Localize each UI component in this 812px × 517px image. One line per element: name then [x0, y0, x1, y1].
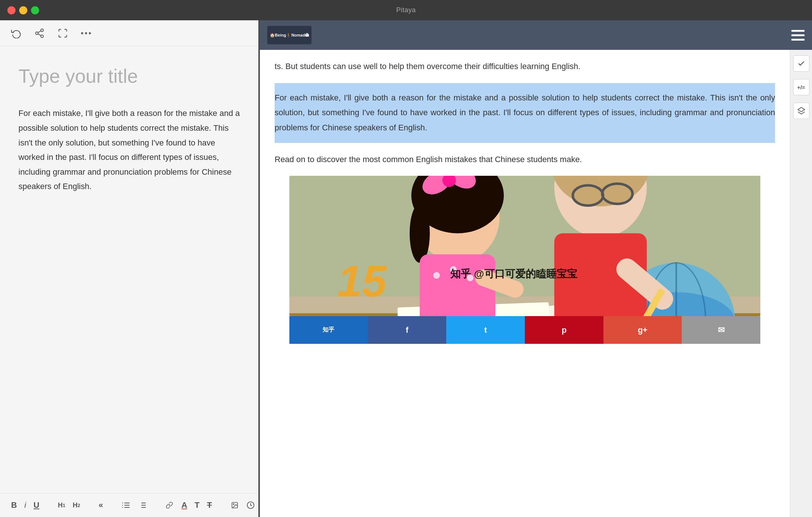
svg-point-0: [41, 29, 44, 31]
svg-marker-53: [798, 107, 804, 112]
svg-point-5: [81, 32, 83, 34]
text-format-icon[interactable]: T: [195, 500, 199, 510]
checkmark-icon[interactable]: [793, 55, 809, 72]
article-image: 知乎 @可口可爱的瞌睡宝宝 15: [289, 176, 760, 316]
watermark: 知乎 @可口可爱的瞌睡宝宝: [289, 267, 738, 281]
facebook-button[interactable]: f: [368, 316, 447, 344]
article-intro: ts. But students can use well to help th…: [275, 50, 775, 83]
minimize-button[interactable]: [19, 6, 27, 14]
layers-icon[interactable]: [793, 103, 809, 119]
svg-point-18: [233, 504, 234, 505]
text-color-icon[interactable]: A: [181, 500, 187, 510]
svg-point-7: [89, 32, 91, 34]
share-icon[interactable]: [34, 28, 45, 38]
article-content: ts. But students can use well to help th…: [260, 50, 790, 344]
title-bar: Pitaya: [0, 0, 812, 20]
svg-point-6: [85, 32, 87, 34]
more-icon[interactable]: [81, 31, 91, 35]
link-icon[interactable]: [165, 501, 174, 509]
italic-icon[interactable]: i: [24, 500, 26, 510]
svg-rect-22: [791, 39, 805, 41]
blog-logo[interactable]: 🏠Being🚶Nomad🏔: [267, 26, 312, 44]
quote-icon[interactable]: «: [99, 500, 103, 510]
svg-point-2: [41, 35, 44, 37]
clock-icon[interactable]: [247, 501, 255, 509]
number-overlay: 15: [337, 259, 386, 303]
svg-line-4: [38, 31, 41, 32]
list-icon[interactable]: [121, 501, 130, 509]
fullscreen-icon[interactable]: [58, 28, 68, 38]
content-area[interactable]: ts. But students can use well to help th…: [260, 50, 812, 517]
maximize-button[interactable]: [31, 6, 39, 14]
editor-area[interactable]: Type your title For each mistake, I'll g…: [0, 46, 258, 493]
h2-icon[interactable]: H2: [73, 501, 80, 509]
browser-header: 🏠Being🚶Nomad🏔: [260, 20, 812, 50]
svg-point-35: [410, 204, 430, 263]
bottom-toolbar: B i U H1 H2 «: [0, 493, 258, 517]
formula-icon[interactable]: +/=: [793, 79, 809, 95]
article-read-on: Read on to discover the most common Engl…: [275, 143, 775, 176]
traffic-lights: [7, 6, 39, 14]
svg-rect-20: [791, 30, 805, 32]
editor-content[interactable]: For each mistake, I'll give both a reaso…: [18, 106, 240, 194]
refresh-icon[interactable]: [11, 28, 21, 38]
close-button[interactable]: [7, 6, 16, 14]
email-button[interactable]: ✉: [682, 316, 760, 344]
svg-point-1: [36, 32, 38, 34]
right-sidebar: +/=: [790, 50, 812, 517]
app-title: Pitaya: [396, 6, 416, 14]
twitter-button[interactable]: t: [446, 316, 525, 344]
zhihu-button[interactable]: 知乎: [289, 316, 368, 344]
underline-icon[interactable]: U: [34, 500, 39, 510]
highlighted-paragraph: For each mistake, I'll give both a reaso…: [275, 83, 775, 143]
watermark-text: 知乎 @可口可爱的瞌睡宝宝: [450, 268, 577, 280]
google-button[interactable]: g+: [603, 316, 682, 344]
social-bar: 知乎 f t p g+: [289, 316, 760, 344]
hamburger-icon[interactable]: [791, 29, 805, 41]
pinterest-button[interactable]: p: [525, 316, 603, 344]
strikethrough-icon[interactable]: T: [207, 500, 212, 510]
svg-line-3: [38, 34, 41, 35]
main-container: Type your title For each mistake, I'll g…: [0, 20, 812, 517]
ordered-list-icon[interactable]: [138, 501, 147, 509]
top-toolbar: [0, 20, 258, 46]
right-panel: 🏠Being🚶Nomad🏔 ts. But students can: [260, 20, 812, 517]
h1-icon[interactable]: H1: [58, 501, 65, 509]
svg-rect-21: [791, 34, 805, 36]
article-intro-text: ts. But students can use well to help th…: [275, 62, 581, 71]
image-icon[interactable]: [230, 501, 239, 509]
left-panel: Type your title For each mistake, I'll g…: [0, 20, 258, 517]
bold-icon[interactable]: B: [11, 500, 17, 510]
editor-title[interactable]: Type your title: [18, 65, 240, 88]
